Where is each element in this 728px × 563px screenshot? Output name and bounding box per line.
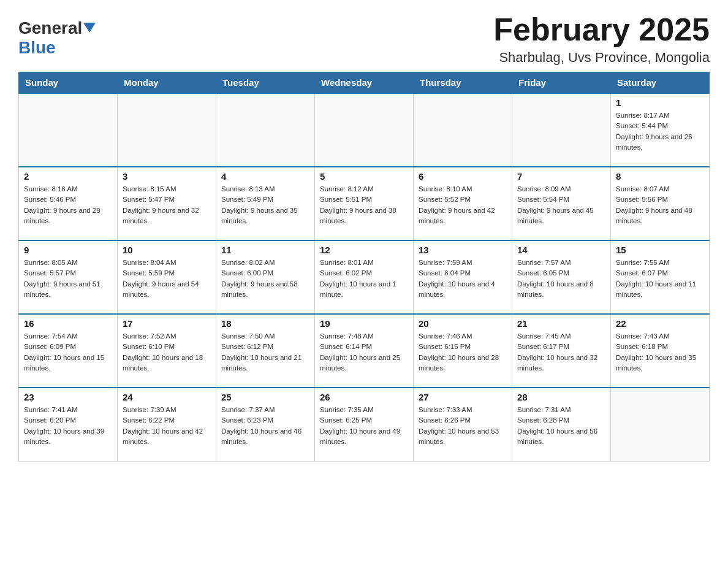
calendar-cell: 28Sunrise: 7:31 AM Sunset: 6:28 PM Dayli… — [512, 388, 611, 461]
calendar-cell: 14Sunrise: 7:57 AM Sunset: 6:05 PM Dayli… — [512, 240, 611, 314]
day-number: 13 — [419, 245, 507, 255]
calendar-cell: 15Sunrise: 7:55 AM Sunset: 6:07 PM Dayli… — [611, 240, 710, 314]
logo-blue-text: Blue — [18, 38, 56, 58]
calendar-cell: 16Sunrise: 7:54 AM Sunset: 6:09 PM Dayli… — [19, 314, 118, 388]
calendar-cell — [216, 93, 315, 167]
calendar-cell — [414, 93, 512, 167]
weekday-header-monday: Monday — [118, 72, 216, 94]
calendar-week-row: 1Sunrise: 8:17 AM Sunset: 5:44 PM Daylig… — [19, 93, 710, 167]
day-info: Sunrise: 8:01 AM Sunset: 6:02 PM Dayligh… — [320, 258, 408, 300]
day-number: 8 — [616, 171, 704, 182]
day-number: 1 — [616, 98, 704, 108]
calendar-cell — [19, 93, 118, 167]
day-info: Sunrise: 7:45 AM Sunset: 6:17 PM Dayligh… — [517, 331, 605, 373]
calendar-cell: 9Sunrise: 8:05 AM Sunset: 5:57 PM Daylig… — [19, 240, 118, 314]
day-info: Sunrise: 7:31 AM Sunset: 6:28 PM Dayligh… — [517, 405, 605, 447]
calendar-week-row: 9Sunrise: 8:05 AM Sunset: 5:57 PM Daylig… — [19, 240, 710, 314]
day-info: Sunrise: 8:17 AM Sunset: 5:44 PM Dayligh… — [616, 110, 704, 153]
day-number: 16 — [24, 318, 112, 329]
day-info: Sunrise: 8:04 AM Sunset: 5:59 PM Dayligh… — [123, 258, 211, 300]
calendar-cell: 3Sunrise: 8:15 AM Sunset: 5:47 PM Daylig… — [118, 167, 216, 240]
day-info: Sunrise: 8:13 AM Sunset: 5:49 PM Dayligh… — [221, 184, 309, 226]
calendar-cell: 25Sunrise: 7:37 AM Sunset: 6:23 PM Dayli… — [216, 388, 315, 461]
weekday-header-saturday: Saturday — [611, 72, 710, 94]
day-info: Sunrise: 8:05 AM Sunset: 5:57 PM Dayligh… — [24, 258, 112, 300]
day-number: 18 — [221, 318, 309, 329]
day-info: Sunrise: 7:33 AM Sunset: 6:26 PM Dayligh… — [419, 405, 507, 447]
calendar-cell — [315, 93, 414, 167]
day-number: 20 — [419, 318, 507, 329]
calendar-cell: 1Sunrise: 8:17 AM Sunset: 5:44 PM Daylig… — [611, 93, 710, 167]
calendar-cell: 20Sunrise: 7:46 AM Sunset: 6:15 PM Dayli… — [414, 314, 512, 388]
day-info: Sunrise: 7:48 AM Sunset: 6:14 PM Dayligh… — [320, 331, 408, 373]
day-info: Sunrise: 8:10 AM Sunset: 5:52 PM Dayligh… — [419, 184, 507, 226]
calendar-cell: 13Sunrise: 7:59 AM Sunset: 6:04 PM Dayli… — [414, 240, 512, 314]
calendar-week-row: 23Sunrise: 7:41 AM Sunset: 6:20 PM Dayli… — [19, 388, 710, 461]
calendar-cell — [611, 388, 710, 461]
calendar-cell: 10Sunrise: 8:04 AM Sunset: 5:59 PM Dayli… — [118, 240, 216, 314]
day-info: Sunrise: 7:57 AM Sunset: 6:05 PM Dayligh… — [517, 258, 605, 300]
calendar-cell: 23Sunrise: 7:41 AM Sunset: 6:20 PM Dayli… — [19, 388, 118, 461]
calendar-cell: 18Sunrise: 7:50 AM Sunset: 6:12 PM Dayli… — [216, 314, 315, 388]
day-number: 4 — [221, 171, 309, 182]
day-number: 28 — [517, 392, 605, 402]
day-number: 25 — [221, 392, 309, 402]
calendar-cell: 19Sunrise: 7:48 AM Sunset: 6:14 PM Dayli… — [315, 314, 414, 388]
weekday-header-friday: Friday — [512, 72, 611, 94]
day-info: Sunrise: 7:59 AM Sunset: 6:04 PM Dayligh… — [419, 258, 507, 300]
logo-general-text: General — [18, 18, 82, 38]
day-number: 19 — [320, 318, 408, 329]
day-number: 21 — [517, 318, 605, 329]
logo: General Blue — [18, 18, 96, 58]
calendar-week-row: 16Sunrise: 7:54 AM Sunset: 6:09 PM Dayli… — [19, 314, 710, 388]
day-number: 26 — [320, 392, 408, 402]
day-info: Sunrise: 7:50 AM Sunset: 6:12 PM Dayligh… — [221, 331, 309, 373]
day-number: 17 — [123, 318, 211, 329]
day-info: Sunrise: 7:41 AM Sunset: 6:20 PM Dayligh… — [24, 405, 112, 447]
day-number: 23 — [24, 392, 112, 402]
calendar-cell: 2Sunrise: 8:16 AM Sunset: 5:46 PM Daylig… — [19, 167, 118, 240]
day-number: 12 — [320, 245, 408, 255]
day-info: Sunrise: 8:12 AM Sunset: 5:51 PM Dayligh… — [320, 184, 408, 226]
calendar-cell — [118, 93, 216, 167]
calendar-cell: 4Sunrise: 8:13 AM Sunset: 5:49 PM Daylig… — [216, 167, 315, 240]
day-number: 24 — [123, 392, 211, 402]
location-title: Sharbulag, Uvs Province, Mongolia — [493, 50, 710, 66]
day-info: Sunrise: 7:43 AM Sunset: 6:18 PM Dayligh… — [616, 331, 704, 373]
day-info: Sunrise: 7:54 AM Sunset: 6:09 PM Dayligh… — [24, 331, 112, 373]
page-header: General Blue February 2025 Sharbulag, Uv… — [18, 12, 710, 66]
calendar-header-row: SundayMondayTuesdayWednesdayThursdayFrid… — [19, 72, 710, 94]
month-title: February 2025 — [493, 12, 710, 47]
day-number: 10 — [123, 245, 211, 255]
calendar-table: SundayMondayTuesdayWednesdayThursdayFrid… — [18, 72, 710, 462]
day-number: 7 — [517, 171, 605, 182]
calendar-cell: 26Sunrise: 7:35 AM Sunset: 6:25 PM Dayli… — [315, 388, 414, 461]
day-info: Sunrise: 7:55 AM Sunset: 6:07 PM Dayligh… — [616, 258, 704, 300]
day-info: Sunrise: 7:52 AM Sunset: 6:10 PM Dayligh… — [123, 331, 211, 373]
weekday-header-tuesday: Tuesday — [216, 72, 315, 94]
day-info: Sunrise: 8:15 AM Sunset: 5:47 PM Dayligh… — [123, 184, 211, 226]
day-number: 5 — [320, 171, 408, 182]
day-number: 3 — [123, 171, 211, 182]
calendar-cell — [512, 93, 611, 167]
calendar-cell: 12Sunrise: 8:01 AM Sunset: 6:02 PM Dayli… — [315, 240, 414, 314]
calendar-cell: 17Sunrise: 7:52 AM Sunset: 6:10 PM Dayli… — [118, 314, 216, 388]
day-number: 11 — [221, 245, 309, 255]
title-block: February 2025 Sharbulag, Uvs Province, M… — [493, 12, 710, 66]
day-number: 27 — [419, 392, 507, 402]
day-number: 9 — [24, 245, 112, 255]
calendar-cell: 24Sunrise: 7:39 AM Sunset: 6:22 PM Dayli… — [118, 388, 216, 461]
day-info: Sunrise: 8:16 AM Sunset: 5:46 PM Dayligh… — [24, 184, 112, 226]
calendar-cell: 8Sunrise: 8:07 AM Sunset: 5:56 PM Daylig… — [611, 167, 710, 240]
day-number: 6 — [419, 171, 507, 182]
day-number: 14 — [517, 245, 605, 255]
calendar-cell: 21Sunrise: 7:45 AM Sunset: 6:17 PM Dayli… — [512, 314, 611, 388]
calendar-cell: 5Sunrise: 8:12 AM Sunset: 5:51 PM Daylig… — [315, 167, 414, 240]
day-info: Sunrise: 8:02 AM Sunset: 6:00 PM Dayligh… — [221, 258, 309, 300]
calendar-cell: 11Sunrise: 8:02 AM Sunset: 6:00 PM Dayli… — [216, 240, 315, 314]
logo-triangle-icon — [83, 23, 96, 33]
calendar-cell: 6Sunrise: 8:10 AM Sunset: 5:52 PM Daylig… — [414, 167, 512, 240]
calendar-cell: 7Sunrise: 8:09 AM Sunset: 5:54 PM Daylig… — [512, 167, 611, 240]
day-number: 2 — [24, 171, 112, 182]
weekday-header-wednesday: Wednesday — [315, 72, 414, 94]
